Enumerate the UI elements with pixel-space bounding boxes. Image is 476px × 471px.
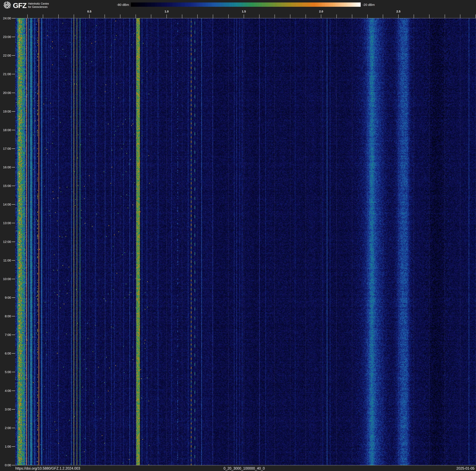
y-tick-label: 12:00 [0, 240, 11, 244]
y-tick-label: 14:00 [0, 202, 11, 206]
y-tick-label: 9:00 [0, 296, 11, 300]
gfz-logo: GFZ Helmholtz Centre for Geosciences [3, 1, 49, 10]
x-axis-tick [89, 15, 89, 18]
y-tick-label: 7:00 [0, 333, 11, 337]
x-axis-tick [274, 15, 275, 18]
y-tick-label: 15:00 [0, 184, 11, 188]
x-tick-label: 2.0 [314, 10, 328, 13]
x-axis-tick [197, 15, 198, 18]
y-tick-label: 3:00 [0, 407, 11, 411]
y-tick-label: 19:00 [0, 109, 11, 113]
x-axis-tick [104, 15, 105, 18]
y-tick-label: 0:00 [0, 463, 11, 467]
y-tick-label: 10:00 [0, 277, 11, 281]
x-axis-tick [43, 15, 43, 18]
x-axis-tick [213, 15, 213, 18]
x-axis-tick [306, 15, 306, 18]
colorbar-min-label: -80 dBm [107, 3, 129, 7]
x-tick-label: 1.5 [237, 10, 251, 13]
y-tick-label: 1:00 [0, 445, 11, 449]
y-tick-label: 13:00 [0, 221, 11, 225]
footer-dataset-id: 0_20_3000_100000_40_0 [12, 466, 476, 471]
x-axis-tick [460, 15, 460, 18]
y-tick-label: 17:00 [0, 147, 11, 151]
x-axis-tick [336, 15, 337, 18]
y-tick-label: 22:00 [0, 54, 11, 57]
x-axis-tick [228, 15, 229, 18]
x-axis-tick [27, 15, 28, 18]
x-axis-tick [58, 15, 59, 18]
x-axis-tick [352, 15, 352, 18]
colorbar-gradient [131, 2, 361, 7]
x-axis-tick [167, 15, 167, 18]
gfz-subtitle-line2: for Geosciences [28, 5, 49, 9]
y-tick-label: 5:00 [0, 370, 11, 374]
y-tick-label: 8:00 [0, 314, 11, 318]
y-tick-label: 23:00 [0, 35, 11, 39]
x-axis-tick [445, 15, 445, 18]
x-tick-label: 1.0 [160, 10, 173, 13]
x-tick-label: 2.5 [391, 10, 405, 13]
gfz-brand-text: GFZ [13, 2, 26, 9]
y-tick-label: 4:00 [0, 389, 11, 393]
y-tick-label: 2:00 [0, 426, 11, 430]
x-axis-tick [136, 15, 136, 18]
gfz-subtitle: Helmholtz Centre for Geosciences [28, 2, 49, 9]
x-axis-tick [414, 15, 414, 18]
x-axis-tick [367, 15, 368, 18]
y-tick-label: 21:00 [0, 72, 11, 76]
spectrogram-page: { "header": { "logo": { "brand": "GFZ", … [0, 0, 476, 471]
y-tick-label: 20:00 [0, 91, 11, 95]
x-axis-tick [383, 15, 383, 18]
colorbar-max-label: -20 dBm [362, 3, 375, 7]
x-axis-tick [476, 15, 476, 18]
x-axis-tick [120, 15, 120, 18]
x-axis-tick [74, 15, 74, 18]
x-axis-tick [244, 15, 244, 18]
y-tick-label: 11:00 [0, 258, 11, 262]
y-tick-label: 16:00 [0, 165, 11, 169]
x-axis-tick [259, 15, 259, 18]
footer-date: 2025-01-05 [456, 466, 475, 471]
x-axis-tick [182, 15, 182, 18]
spectrogram-heatmap [15, 18, 476, 465]
x-axis-tick [321, 15, 321, 18]
x-tick-label: 0.5 [83, 10, 96, 13]
x-axis-tick [398, 15, 399, 18]
x-axis-tick [151, 15, 151, 18]
y-tick-label: 24:00 [0, 16, 11, 20]
x-axis-tick [429, 15, 429, 18]
x-axis-tick [290, 15, 290, 18]
y-tick-label: 6:00 [0, 351, 11, 355]
y-tick-label: 18:00 [0, 128, 11, 132]
gfz-subtitle-line1: Helmholtz Centre [28, 2, 49, 5]
gfz-globe-icon [3, 1, 11, 10]
